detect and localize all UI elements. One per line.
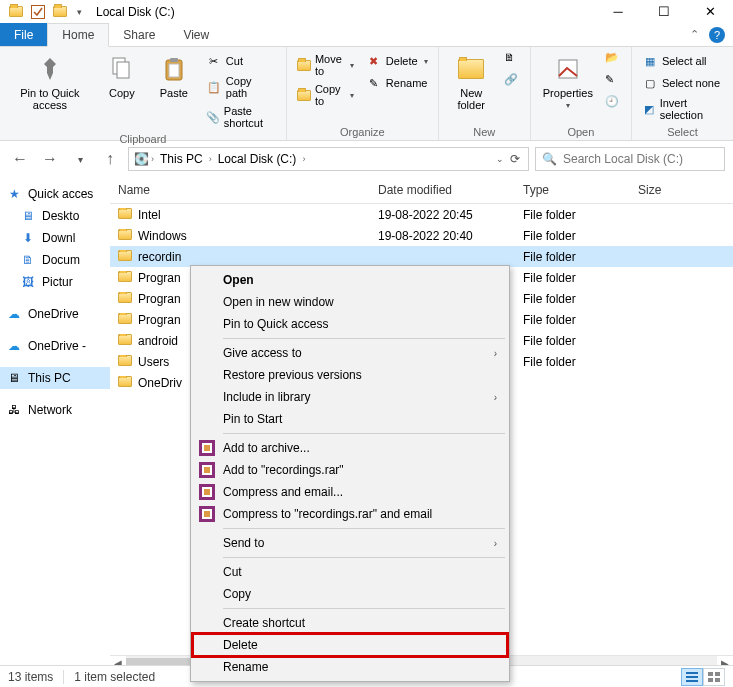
scissors-icon: ✂ (206, 53, 222, 69)
ctx-separator (223, 528, 505, 529)
col-name[interactable]: Name (110, 177, 370, 203)
back-button[interactable]: ← (8, 147, 32, 171)
paste-button[interactable]: Paste (152, 51, 196, 101)
new-folder-button[interactable]: New folder (447, 51, 496, 113)
tree-pictures[interactable]: 🖼Pictur (0, 271, 110, 293)
ctx-give-access-to[interactable]: Give access to› (193, 342, 507, 364)
row-date: 19-08-2022 20:40 (370, 229, 515, 243)
breadcrumb-location[interactable]: Local Disk (C:) (214, 152, 301, 166)
ctx-open[interactable]: Open (193, 269, 507, 291)
edit-icon[interactable]: ✎ (605, 73, 623, 91)
view-tab[interactable]: View (169, 23, 223, 46)
invert-selection-button[interactable]: ◩Invert selection (640, 95, 725, 123)
folder-icon (118, 334, 132, 348)
maximize-button[interactable]: ☐ (641, 0, 687, 23)
group-open-label: Open (539, 124, 623, 138)
row-type: File folder (515, 355, 630, 369)
copy-button[interactable]: Copy (100, 51, 144, 101)
table-row[interactable]: Windows19-08-2022 20:40File folder (110, 225, 733, 246)
pin-to-quick-access-button[interactable]: Pin to Quick access (8, 51, 92, 113)
easy-access-icon[interactable]: 🔗 (504, 73, 522, 91)
ctx-delete[interactable]: Delete (193, 634, 507, 656)
ctx-send-to[interactable]: Send to› (193, 532, 507, 554)
rename-button[interactable]: ✎Rename (364, 73, 430, 93)
refresh-button[interactable]: ⟳ (510, 152, 520, 166)
chevron-right-icon: › (494, 348, 497, 359)
tree-onedrive-personal[interactable]: ☁OneDrive - (0, 335, 110, 357)
home-tab[interactable]: Home (47, 23, 109, 47)
open-icon[interactable]: 📂 (605, 51, 623, 69)
row-name: OneDriv (138, 376, 182, 390)
breadcrumb-this-pc[interactable]: This PC (156, 152, 207, 166)
ctx-copy[interactable]: Copy (193, 583, 507, 605)
qat-folder-icon[interactable] (52, 4, 68, 20)
qat-dropdown-icon[interactable]: ▾ (74, 4, 84, 20)
copy-to-button[interactable]: Copy to▾ (295, 81, 356, 109)
ctx-open-new-window[interactable]: Open in new window (193, 291, 507, 313)
recent-locations-button[interactable]: ▾ (68, 147, 92, 171)
ribbon-tabs: File Home Share View ⌃ ? (0, 23, 733, 47)
details-view-button[interactable] (681, 668, 703, 686)
column-headers[interactable]: Name Date modified Type Size (110, 177, 733, 204)
tree-onedrive[interactable]: ☁OneDrive (0, 303, 110, 325)
minimize-button[interactable]: ─ (595, 0, 641, 23)
address-bar[interactable]: 💽 › This PC › Local Disk (C:) › ⌄ ⟳ (128, 147, 529, 171)
folder-icon (118, 376, 132, 390)
close-button[interactable]: ✕ (687, 0, 733, 23)
winrar-icon (199, 462, 215, 478)
tree-documents[interactable]: 🗎Docum (0, 249, 110, 271)
ctx-separator (223, 608, 505, 609)
tree-this-pc[interactable]: 🖥This PC (0, 367, 110, 389)
navigation-tree[interactable]: ★Quick acces 🖥Deskto ⬇Downl 🗎Docum 🖼Pict… (0, 177, 110, 671)
file-tab[interactable]: File (0, 23, 47, 46)
paste-shortcut-button[interactable]: 📎Paste shortcut (204, 103, 278, 131)
copy-path-button[interactable]: 📋Copy path (204, 73, 278, 101)
ctx-restore-previous[interactable]: Restore previous versions (193, 364, 507, 386)
row-name: Progran (138, 271, 181, 285)
window-title: Local Disk (C:) (96, 5, 175, 19)
ctx-rename[interactable]: Rename (193, 656, 507, 678)
tree-network[interactable]: 🖧Network (0, 399, 110, 421)
ctx-pin-quick-access[interactable]: Pin to Quick access (193, 313, 507, 335)
ctx-include-library[interactable]: Include in library› (193, 386, 507, 408)
tree-downloads[interactable]: ⬇Downl (0, 227, 110, 249)
up-button[interactable]: ↑ (98, 147, 122, 171)
tree-desktop[interactable]: 🖥Deskto (0, 205, 110, 227)
new-item-icon[interactable]: 🗎 (504, 51, 522, 69)
table-row[interactable]: Intel19-08-2022 20:45File folder (110, 204, 733, 225)
help-icon[interactable]: ? (709, 27, 725, 43)
winrar-icon (199, 484, 215, 500)
collapse-ribbon-icon[interactable]: ⌃ (684, 23, 705, 46)
col-date[interactable]: Date modified (370, 177, 515, 203)
ctx-compress-rar-email[interactable]: Compress to "recordings.rar" and email (193, 503, 507, 525)
ctx-compress-email[interactable]: Compress and email... (193, 481, 507, 503)
thumbnails-view-button[interactable] (703, 668, 725, 686)
row-name: Users (138, 355, 169, 369)
cut-button[interactable]: ✂Cut (204, 51, 278, 71)
context-menu: Open Open in new window Pin to Quick acc… (190, 265, 510, 682)
svg-rect-5 (169, 64, 179, 77)
share-tab[interactable]: Share (109, 23, 169, 46)
properties-button[interactable]: Properties ▾ (539, 51, 597, 112)
paste-icon (158, 53, 190, 85)
table-row[interactable]: recordinFile folder (110, 246, 733, 267)
forward-button[interactable]: → (38, 147, 62, 171)
ctx-create-shortcut[interactable]: Create shortcut (193, 612, 507, 634)
search-box[interactable]: 🔍 Search Local Disk (C:) (535, 147, 725, 171)
history-icon[interactable]: 🕘 (605, 95, 623, 113)
qat-checkbox-icon[interactable] (30, 4, 46, 20)
address-dropdown-icon[interactable]: ⌄ (496, 154, 504, 164)
select-all-button[interactable]: ▦Select all (640, 51, 725, 71)
select-none-button[interactable]: ▢Select none (640, 73, 725, 93)
ctx-pin-start[interactable]: Pin to Start (193, 408, 507, 430)
ctx-add-rar[interactable]: Add to "recordings.rar" (193, 459, 507, 481)
delete-button[interactable]: ✖Delete▾ (364, 51, 430, 71)
col-type[interactable]: Type (515, 177, 630, 203)
svg-rect-4 (170, 58, 178, 62)
tree-quick-access[interactable]: ★Quick acces (0, 183, 110, 205)
move-to-button[interactable]: Move to▾ (295, 51, 356, 79)
ctx-cut[interactable]: Cut (193, 561, 507, 583)
col-size[interactable]: Size (630, 177, 733, 203)
ctx-add-archive[interactable]: Add to archive... (193, 437, 507, 459)
row-name: Progran (138, 313, 181, 327)
